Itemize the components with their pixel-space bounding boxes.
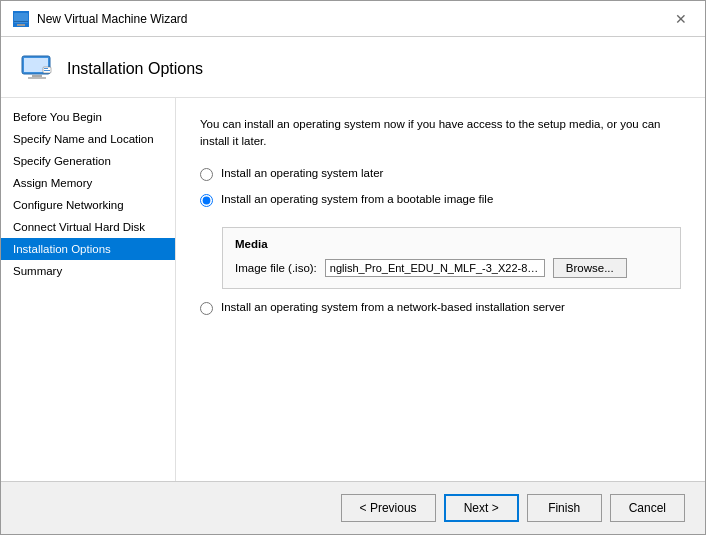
svg-rect-8 <box>44 68 48 69</box>
media-label: Media <box>235 238 668 250</box>
main-content: You can install an operating system now … <box>176 98 705 481</box>
title-bar-left: New Virtual Machine Wizard <box>13 11 188 27</box>
browse-button[interactable]: Browse... <box>553 258 627 278</box>
finish-button[interactable]: Finish <box>527 494 602 522</box>
svg-rect-5 <box>32 75 42 77</box>
install-network-radio[interactable] <box>200 302 213 315</box>
sidebar: Before You Begin Specify Name and Locati… <box>1 98 176 481</box>
svg-rect-9 <box>44 70 50 71</box>
intro-text: You can install an operating system now … <box>200 116 681 151</box>
page-header: Installation Options <box>1 37 705 98</box>
install-bootable-radio[interactable] <box>200 194 213 207</box>
content-area: Before You Begin Specify Name and Locati… <box>1 98 705 481</box>
wizard-icon <box>13 11 29 27</box>
install-bootable-option: Install an operating system from a boota… <box>200 193 681 207</box>
title-bar: New Virtual Machine Wizard ✕ <box>1 1 705 37</box>
install-later-option: Install an operating system later <box>200 167 681 181</box>
install-network-label[interactable]: Install an operating system from a netwo… <box>221 301 565 313</box>
previous-button[interactable]: < Previous <box>341 494 436 522</box>
page-title: Installation Options <box>67 60 203 78</box>
sidebar-item-configure-networking[interactable]: Configure Networking <box>1 194 175 216</box>
installation-options-group: Install an operating system later Instal… <box>200 167 681 315</box>
title-bar-text: New Virtual Machine Wizard <box>37 12 188 26</box>
image-file-label: Image file (.iso): <box>235 262 317 274</box>
cancel-button[interactable]: Cancel <box>610 494 685 522</box>
image-file-row: Image file (.iso): Browse... <box>235 258 668 278</box>
sidebar-item-before-you-begin[interactable]: Before You Begin <box>1 106 175 128</box>
sidebar-item-summary[interactable]: Summary <box>1 260 175 282</box>
sidebar-item-assign-memory[interactable]: Assign Memory <box>1 172 175 194</box>
sidebar-item-connect-virtual-hard-disk[interactable]: Connect Virtual Hard Disk <box>1 216 175 238</box>
svg-rect-1 <box>17 24 25 26</box>
installation-options-icon <box>21 53 53 85</box>
image-file-input[interactable] <box>325 259 545 277</box>
install-later-radio[interactable] <box>200 168 213 181</box>
wizard-window: New Virtual Machine Wizard ✕ Installatio… <box>0 0 706 535</box>
media-section: Media Image file (.iso): Browse... <box>222 227 681 289</box>
footer: < Previous Next > Finish Cancel <box>1 481 705 534</box>
install-bootable-label: Install an operating system from a boota… <box>221 193 493 205</box>
next-button[interactable]: Next > <box>444 494 519 522</box>
sidebar-item-installation-options[interactable]: Installation Options <box>1 238 175 260</box>
svg-rect-2 <box>14 21 28 22</box>
close-button[interactable]: ✕ <box>669 9 693 29</box>
install-later-label[interactable]: Install an operating system later <box>221 167 383 179</box>
sidebar-item-specify-generation[interactable]: Specify Generation <box>1 150 175 172</box>
install-network-option: Install an operating system from a netwo… <box>200 301 681 315</box>
sidebar-item-specify-name[interactable]: Specify Name and Location <box>1 128 175 150</box>
svg-rect-6 <box>28 77 46 79</box>
